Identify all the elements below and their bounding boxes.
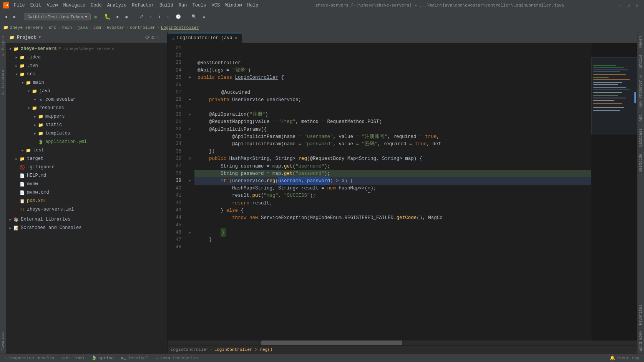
run-button[interactable]: ▶ [92,13,100,21]
menu-navigate[interactable]: Navigate [61,2,88,9]
right-tab-key-promoter[interactable]: Key Promoter X [638,73,644,110]
right-tab-jeetcode[interactable]: Jeetcode [638,151,644,174]
tree-external-libraries[interactable]: ▶ 📚 External Libraries [6,215,167,224]
menu-tools[interactable]: Tools [190,2,209,9]
bottom-tab-java-enterprise[interactable]: ☕ Java Enterprise [154,355,200,361]
project-dropdown-arrow[interactable]: ▼ [38,35,41,40]
minimap[interactable] [591,43,637,340]
menu-view[interactable]: View [45,2,60,9]
tree-java[interactable]: ▼ 📁 java [6,87,167,95]
debug-button[interactable]: 🐛 [102,13,113,21]
breadcrumb-controller[interactable]: controller [130,25,155,30]
project-panel-title: Project [17,35,36,40]
bottom-tab-event-log[interactable]: 🔔 Event Log [608,355,641,361]
breadcrumb-main[interactable]: main [62,25,72,30]
history-button[interactable]: 🕐 [173,13,183,20]
side-project-label[interactable]: 1: Project [0,32,6,59]
menu-code[interactable]: Code [88,2,104,9]
project-settings-icon[interactable]: ⚙ [151,34,154,41]
code-line-22 [194,52,591,59]
breadcrumb-evostar[interactable]: evostar [106,25,124,30]
tree-pom-xml[interactable]: ▶ 📋 pom.xml [6,197,167,205]
search-button[interactable]: 🔍 [189,13,199,20]
bottom-tab-todo[interactable]: ☑ 6: TODO [60,355,85,361]
breadcrumb-java[interactable]: java [78,25,88,30]
tree-root[interactable]: ▼ 📁 zheye-servers F:\zheye\zheye-servers [6,45,167,53]
right-tab-ant[interactable]: Ant [638,112,644,124]
editor-tab-logincontroller[interactable]: ☕ LoginController.java ✕ [168,33,242,43]
project-sync-icon[interactable]: ⟳ [145,34,150,41]
tree-mvnw-cmd[interactable]: ▶ 📄 mvnw.cmd [6,188,167,197]
editor-breadcrumb-method[interactable]: LoginController > reg() [214,347,273,352]
maximize-button[interactable]: □ [625,3,632,8]
menu-file[interactable]: File [12,2,27,9]
tree-static[interactable]: ▶ 📁 static [6,121,167,129]
gutter-30-fold[interactable]: ▼ [189,113,191,116]
toolbar-back-button[interactable]: ◀ [2,13,10,20]
update-button[interactable]: ⬇ [164,13,172,20]
right-tab-word-book[interactable]: Word Book [638,328,644,354]
scrollbar-thumb[interactable] [261,340,402,345]
right-tab-gradle[interactable]: Gradle [638,52,644,71]
close-button[interactable]: ✕ [634,3,641,8]
breadcrumb-com[interactable]: com [93,25,101,30]
breadcrumb-project[interactable]: zheye-servers [10,25,43,30]
gutter-39-fold[interactable]: ▼ [189,179,191,183]
menu-window[interactable]: Window [223,2,244,9]
tree-help-md[interactable]: ▶ 📄 HELP.md [6,171,167,180]
tree-mvnw[interactable]: ▶ 📄 mvnw [6,180,167,188]
menu-build[interactable]: Build [157,2,176,9]
breadcrumb-classname[interactable]: LoginController [161,25,199,30]
code-content[interactable]: @RestController @Api(tags = "登录") public… [194,43,591,340]
gutter-46-fold[interactable]: ▼ [189,231,191,234]
bottom-tab-terminal[interactable]: ▶_ Terminal [120,355,150,361]
tree-iml[interactable]: ▶ ⬡ zheye-servers.iml [6,205,167,214]
tree-application-yml[interactable]: ▶ 🍃 application.yml [6,138,167,146]
horizontal-scrollbar[interactable] [168,340,637,345]
link-hashmap[interactable]: ⊕ [368,184,371,193]
tree-main[interactable]: ▼ 📁 main [6,78,167,87]
tree-resources[interactable]: ▼ 📁 resources [6,104,167,112]
menu-help[interactable]: Help [245,2,261,9]
push-button[interactable]: ⬆ [156,13,163,20]
coverage-button[interactable]: ▶ [115,13,122,20]
side-favorites-label[interactable]: Favorites [0,329,6,354]
side-structure-label[interactable]: 2: Structure [0,67,6,98]
tree-mappers[interactable]: ▶ 📁 mappers [6,112,167,121]
gutter-32-fold[interactable]: ▼ [189,128,191,131]
editor-breadcrumb-class[interactable]: LoginController [171,347,209,352]
menu-vcs[interactable]: VCS [209,2,222,9]
project-minimize-icon[interactable]: − [161,34,164,41]
bottom-tab-inspection[interactable]: ⚠ Inspection Results [3,355,56,361]
tree-idea[interactable]: ▶ 📁 .idea [6,53,167,61]
menu-bar[interactable]: File Edit View Navigate Code Analyze Ref… [12,2,261,9]
tree-target[interactable]: ▶ 📁 target [6,154,167,163]
right-tab-favorites[interactable]: Favorites [638,302,644,327]
project-tree[interactable]: ▼ 📁 zheye-servers F:\zheye\zheye-servers… [6,43,167,354]
bottom-tab-spring[interactable]: 🍃 Spring [90,355,115,361]
tree-mvn[interactable]: ▶ 📁 .mvn [6,61,167,70]
right-tab-maven[interactable]: Maven [638,34,644,50]
menu-run[interactable]: Run [176,2,189,9]
menu-edit[interactable]: Edit [28,2,44,9]
tree-src[interactable]: ▼ 📁 src [6,70,167,78]
menu-analyze[interactable]: Analyze [105,2,129,9]
project-gear-icon[interactable]: ≡ [156,34,159,41]
tree-templates[interactable]: ▶ 📁 templates [6,129,167,138]
tree-com-evostar[interactable]: ▼ ◈ com.evostar [6,95,167,104]
settings-button[interactable]: ⚙ [201,13,208,20]
profile-button[interactable]: ◉ [123,13,130,20]
minimize-button[interactable]: ─ [616,3,623,8]
breadcrumb-src[interactable]: src [48,25,56,30]
tree-test[interactable]: ▶ 📁 test [6,146,167,154]
run-config-dropdown[interactable]: JwtUtilsTest.testToken ▼ [24,13,91,20]
tree-gitignore[interactable]: ▶ 🚫 .gitignore [6,163,167,171]
toolbar-forward-button[interactable]: ▶ [11,13,18,20]
menu-refactor[interactable]: Refactor [129,2,156,9]
window-controls[interactable]: ─ □ ✕ [616,3,641,8]
right-tab-database[interactable]: Database [638,126,644,149]
commit-button[interactable]: ✓ [147,13,154,20]
tab-close-button[interactable]: ✕ [235,36,237,40]
tree-scratches[interactable]: ▶ 📝 Scratches and Consoles [6,224,167,232]
git-button[interactable]: ⎇ [136,13,146,20]
